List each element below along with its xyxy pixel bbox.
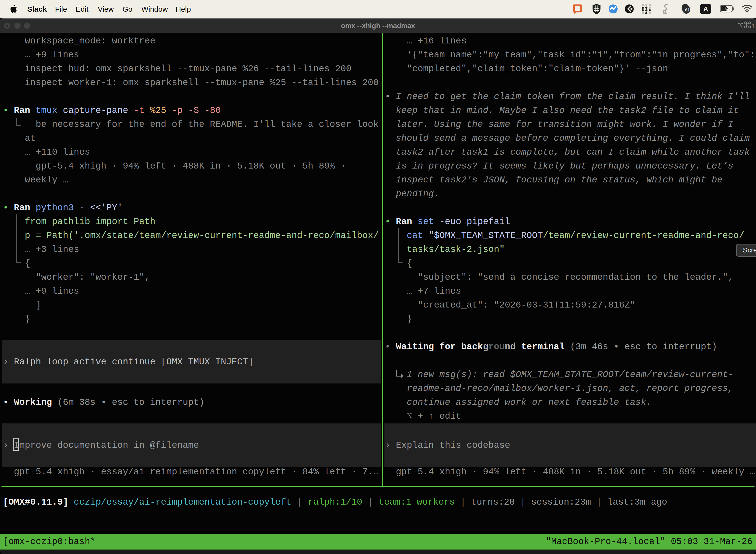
svg-text:A: A (703, 5, 708, 13)
svg-text:..61: ..61 (683, 8, 690, 12)
